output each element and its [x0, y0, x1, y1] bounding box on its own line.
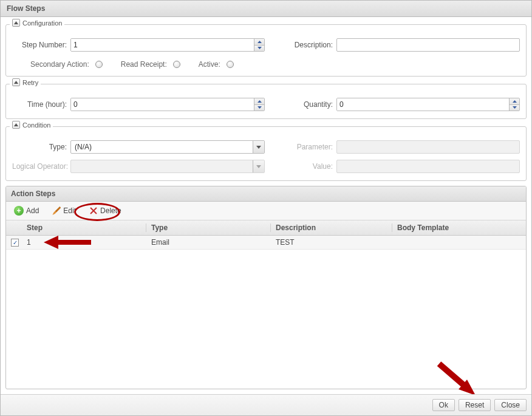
row-checkbox[interactable]	[11, 239, 19, 247]
action-steps-title: Action Steps	[6, 186, 526, 202]
flow-steps-dialog: Flow Steps Configuration Step Number:	[0, 0, 532, 416]
parameter-input	[336, 140, 520, 154]
secondary-action-label: Secondary Action:	[30, 60, 89, 69]
configuration-fieldset: Configuration Step Number: Description: …	[5, 24, 527, 77]
grid-header: Step Type Description Body Template	[6, 220, 526, 236]
table-row[interactable]: 1 Email TEST	[6, 236, 526, 250]
logical-operator-field	[71, 160, 253, 172]
close-button[interactable]: Close	[494, 399, 527, 411]
chevron-down-icon	[253, 160, 264, 172]
configuration-legend: Configuration	[10, 19, 64, 27]
type-combo[interactable]	[70, 140, 265, 154]
column-body-template[interactable]: Body Template	[392, 223, 526, 232]
step-number-label: Step Number:	[12, 41, 67, 49]
collapse-icon[interactable]	[12, 121, 20, 129]
edit-icon	[52, 206, 61, 215]
delete-icon	[89, 206, 98, 215]
add-label: Add	[26, 206, 39, 215]
read-receipt-radio[interactable]	[173, 61, 180, 68]
dialog-title: Flow Steps	[1, 1, 531, 17]
action-steps-panel: Action Steps Add Edit Delete Step	[5, 186, 527, 389]
read-receipt-label: Read Receipt:	[121, 60, 167, 69]
edit-label: Edit	[63, 206, 76, 215]
action-steps-toolbar: Add Edit Delete	[6, 202, 526, 220]
spinner-up-icon[interactable]	[510, 98, 519, 105]
logical-operator-combo	[70, 160, 265, 173]
time-field[interactable]	[71, 98, 254, 111]
spinner-down-icon[interactable]	[510, 105, 519, 111]
spinner-down-icon[interactable]	[254, 46, 264, 52]
active-label: Active:	[199, 60, 220, 69]
spinner-down-icon[interactable]	[254, 105, 264, 111]
retry-legend: Retry	[10, 78, 41, 86]
chevron-down-icon[interactable]	[253, 141, 264, 153]
condition-fieldset: Condition Type: Parameter: Logical Opera…	[5, 126, 527, 181]
delete-button[interactable]: Delete	[84, 205, 127, 217]
collapse-icon[interactable]	[12, 19, 20, 27]
row-description: TEST	[271, 238, 392, 247]
type-field[interactable]	[71, 141, 253, 153]
step-number-input[interactable]	[70, 38, 265, 52]
step-number-field[interactable]	[71, 39, 254, 51]
quantity-field[interactable]	[337, 98, 509, 111]
secondary-action-radio[interactable]	[95, 61, 103, 68]
active-radio[interactable]	[227, 61, 234, 68]
row-step: 1	[22, 238, 146, 247]
quantity-input[interactable]	[336, 98, 520, 111]
quantity-label: Quantity:	[296, 100, 333, 109]
row-checkbox-cell[interactable]	[6, 238, 22, 247]
configuration-legend-text: Configuration	[22, 19, 62, 27]
spinner-up-icon[interactable]	[254, 39, 264, 46]
logical-operator-label: Logical Operator:	[12, 163, 67, 170]
column-description[interactable]: Description	[271, 223, 392, 232]
dialog-body: Configuration Step Number: Description: …	[1, 17, 531, 394]
column-step[interactable]: Step	[22, 223, 146, 232]
value-input	[336, 160, 520, 173]
row-type: Email	[146, 238, 271, 247]
dialog-footer: Ok Reset Close	[1, 394, 531, 415]
description-input[interactable]	[336, 38, 520, 52]
time-label: Time (hour):	[12, 100, 67, 109]
retry-fieldset: Retry Time (hour): Quantity:	[5, 84, 527, 119]
condition-legend: Condition	[10, 121, 53, 129]
parameter-label: Parameter:	[284, 143, 333, 151]
retry-legend-text: Retry	[22, 79, 38, 86]
add-icon	[14, 206, 24, 216]
spinner-up-icon[interactable]	[254, 98, 264, 105]
column-type[interactable]: Type	[146, 223, 271, 232]
reset-button[interactable]: Reset	[459, 399, 491, 411]
add-button[interactable]: Add	[9, 204, 44, 217]
description-label: Description:	[284, 41, 333, 49]
collapse-icon[interactable]	[12, 78, 20, 86]
ok-button[interactable]: Ok	[432, 399, 455, 411]
condition-legend-text: Condition	[22, 121, 50, 129]
delete-label: Delete	[100, 206, 121, 215]
time-input[interactable]	[70, 98, 265, 111]
configuration-flags: Secondary Action: Read Receipt: Active:	[12, 60, 520, 69]
edit-button[interactable]: Edit	[47, 205, 81, 217]
value-label: Value:	[284, 162, 333, 171]
type-label: Type:	[12, 143, 67, 151]
